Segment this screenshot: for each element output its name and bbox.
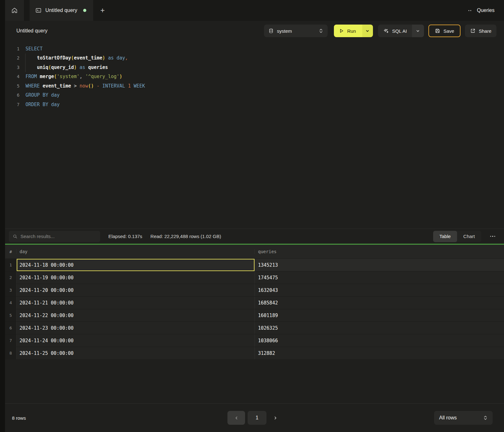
results-footer: 8 rows 1 All rows bbox=[5, 403, 504, 432]
previous-page-button[interactable] bbox=[227, 411, 245, 425]
view-toggle: Table Chart bbox=[433, 231, 481, 242]
cell-day[interactable]: 2024-11-24 00:00:00 bbox=[16, 334, 255, 347]
terminal-icon bbox=[35, 7, 42, 14]
pagination: 1 bbox=[227, 411, 282, 425]
code-line[interactable]: 4FROM merge('system', '^query_log') bbox=[5, 72, 504, 82]
rows-count: 8 rows bbox=[12, 415, 26, 421]
code-content: FROM merge('system', '^query_log') bbox=[20, 74, 122, 79]
results-options-icon[interactable] bbox=[490, 234, 496, 239]
search-icon bbox=[13, 234, 18, 239]
code-content: ORDER BY day bbox=[20, 102, 60, 107]
column-header-day[interactable]: day bbox=[16, 249, 255, 254]
queries-link[interactable]: Queries bbox=[477, 8, 495, 13]
database-icon bbox=[268, 28, 274, 34]
cell-queries[interactable]: 312882 bbox=[255, 347, 504, 359]
search-results-input[interactable] bbox=[20, 234, 96, 239]
view-tab-table[interactable]: Table bbox=[433, 231, 457, 242]
cell-queries[interactable]: 1632043 bbox=[255, 284, 504, 296]
run-button[interactable]: Run bbox=[334, 25, 362, 37]
home-button[interactable] bbox=[5, 0, 24, 21]
code-content: toStartOfDay(event_time) as day, bbox=[20, 55, 128, 61]
run-options-button[interactable] bbox=[362, 25, 373, 37]
read-stat: Read: 22,229,488 rows (1.02 GB) bbox=[151, 234, 221, 239]
cell-queries[interactable]: 1601189 bbox=[255, 309, 504, 321]
database-select[interactable]: system bbox=[264, 25, 328, 37]
code-content: GROUP BY day bbox=[20, 92, 60, 98]
save-icon bbox=[435, 28, 440, 34]
updown-chevron-icon bbox=[483, 415, 488, 420]
code-line[interactable]: 6GROUP BY day bbox=[5, 91, 504, 100]
code-line[interactable]: 7ORDER BY day bbox=[5, 100, 504, 109]
cell-day[interactable]: 2024-11-20 00:00:00 bbox=[16, 284, 255, 296]
run-label: Run bbox=[347, 28, 356, 34]
plus-icon: + bbox=[100, 6, 105, 15]
row-number[interactable]: 3 bbox=[5, 284, 16, 296]
page-size-select[interactable]: All rows bbox=[434, 411, 493, 425]
tab-bar: Untitled query + Queries bbox=[5, 0, 504, 21]
table-row: 62024-11-23 00:00:001026325 bbox=[5, 321, 504, 334]
play-icon bbox=[339, 28, 344, 33]
search-results-box[interactable] bbox=[9, 231, 100, 242]
row-number[interactable]: 7 bbox=[5, 334, 16, 347]
tab-untitled-query[interactable]: Untitled query bbox=[30, 0, 93, 21]
cell-queries[interactable]: 1745475 bbox=[255, 271, 504, 284]
line-number: 5 bbox=[5, 83, 20, 88]
share-label: Share bbox=[479, 28, 491, 34]
save-button[interactable]: Save bbox=[428, 25, 461, 37]
results-table: # day queries 12024-11-18 00:00:00134521… bbox=[5, 245, 504, 359]
next-page-button[interactable] bbox=[269, 411, 282, 425]
table-row: 72024-11-24 00:00:001038066 bbox=[5, 334, 504, 347]
sql-ai-button[interactable]: SQL AI bbox=[378, 25, 412, 37]
results-toolbar: Elapsed: 0.137s Read: 22,229,488 rows (1… bbox=[5, 229, 504, 244]
code-line[interactable]: 1SELECT bbox=[5, 44, 504, 54]
table-body: 12024-11-18 00:00:00134521322024-11-19 0… bbox=[5, 259, 504, 359]
cell-day[interactable]: 2024-11-23 00:00:00 bbox=[16, 322, 255, 334]
code-line[interactable]: 2 toStartOfDay(event_time) as day, bbox=[5, 54, 504, 63]
cell-queries[interactable]: 1026325 bbox=[255, 322, 504, 334]
code-line[interactable]: 5WHERE event_time > now() - INTERVAL 1 W… bbox=[5, 81, 504, 91]
table-row: 12024-11-18 00:00:001345213 bbox=[5, 259, 504, 271]
column-header-queries[interactable]: queries bbox=[255, 249, 504, 254]
indent-guide bbox=[25, 63, 26, 72]
row-number[interactable]: 6 bbox=[5, 322, 16, 334]
row-number[interactable]: 4 bbox=[5, 297, 16, 309]
row-number[interactable]: 8 bbox=[5, 347, 16, 359]
page-number-button[interactable]: 1 bbox=[248, 411, 266, 425]
cell-day[interactable]: 2024-11-21 00:00:00 bbox=[16, 297, 255, 309]
code-line[interactable]: 3 uniq(query_id) as queries bbox=[5, 63, 504, 72]
page-size-value: All rows bbox=[439, 415, 457, 421]
left-edge-rail bbox=[0, 0, 5, 432]
table-row: 32024-11-20 00:00:001632043 bbox=[5, 284, 504, 296]
indent-guide bbox=[25, 54, 26, 63]
cell-queries[interactable]: 1345213 bbox=[255, 259, 504, 271]
share-button[interactable]: Share bbox=[465, 25, 496, 37]
row-number[interactable]: 2 bbox=[5, 271, 16, 284]
external-link-icon bbox=[470, 28, 476, 34]
sql-editor[interactable]: 1SELECT2 toStartOfDay(event_time) as day… bbox=[5, 41, 504, 229]
view-tab-chart[interactable]: Chart bbox=[457, 231, 481, 242]
cell-day[interactable]: 2024-11-25 00:00:00 bbox=[16, 347, 255, 359]
cell-day[interactable]: 2024-11-19 00:00:00 bbox=[16, 271, 255, 284]
line-number: 7 bbox=[5, 102, 20, 107]
cell-day[interactable]: 2024-11-22 00:00:00 bbox=[16, 309, 255, 321]
overflow-dots-icon[interactable] bbox=[467, 8, 472, 13]
query-toolbar: Untitled query system bbox=[5, 21, 504, 41]
run-button-group: Run bbox=[334, 25, 373, 37]
row-number[interactable]: 5 bbox=[5, 309, 16, 321]
cell-queries[interactable]: 1038066 bbox=[255, 334, 504, 347]
column-header-index[interactable]: # bbox=[5, 249, 16, 254]
tab-label: Untitled query bbox=[45, 8, 77, 13]
sql-ai-button-group: SQL AI bbox=[378, 25, 424, 37]
sql-ai-label: SQL AI bbox=[392, 28, 407, 34]
code-content: uniq(query_id) as queries bbox=[20, 65, 108, 70]
line-number: 4 bbox=[5, 74, 20, 79]
code-content: SELECT bbox=[20, 46, 43, 52]
cell-day-selected[interactable]: 2024-11-18 00:00:00 bbox=[16, 259, 255, 271]
row-number[interactable]: 1 bbox=[5, 259, 16, 271]
cell-queries[interactable]: 1685842 bbox=[255, 297, 504, 309]
line-number: 3 bbox=[5, 65, 20, 70]
sql-ai-options-button[interactable] bbox=[412, 25, 424, 37]
new-tab-button[interactable]: + bbox=[93, 0, 112, 21]
code-content: WHERE event_time > now() - INTERVAL 1 WE… bbox=[20, 83, 145, 89]
tab-bar-right: Queries bbox=[467, 0, 504, 21]
